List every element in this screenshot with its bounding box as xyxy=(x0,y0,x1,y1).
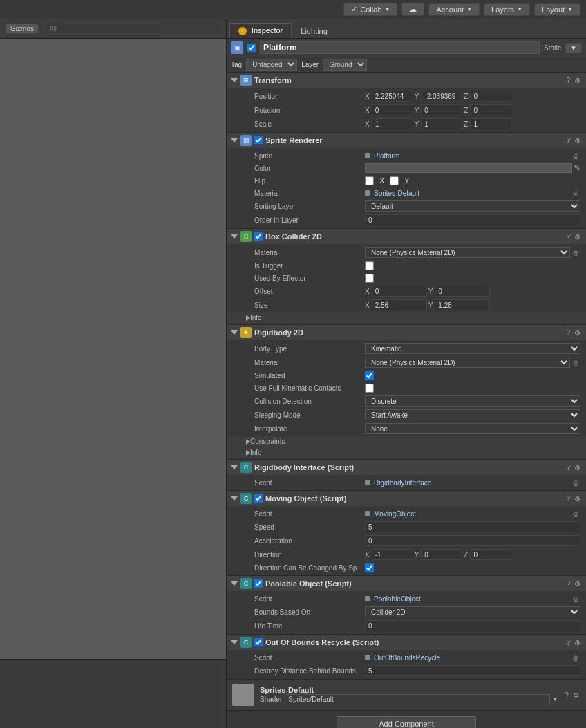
static-button[interactable]: ▼ xyxy=(565,43,582,53)
oob-script-btn[interactable]: ◎ xyxy=(571,654,580,662)
rb2d-info-header[interactable]: Info xyxy=(227,447,586,458)
box-collider-help-btn[interactable]: ? xyxy=(565,233,571,241)
mo-help-btn[interactable]: ? xyxy=(565,495,571,503)
sprite-renderer-header[interactable]: ▤ Sprite Renderer ? ⚙ xyxy=(227,133,586,148)
layers-button[interactable]: Layers ▼ xyxy=(484,3,530,16)
flip-y-checkbox[interactable] xyxy=(390,176,399,185)
rb2d-settings-btn[interactable]: ⚙ xyxy=(573,329,582,337)
rb2d-help-btn[interactable]: ? xyxy=(565,329,571,337)
accel-input[interactable] xyxy=(365,535,580,546)
scene-search-input[interactable] xyxy=(44,24,162,34)
bc-info-header[interactable]: Info xyxy=(227,312,586,323)
tab-lighting[interactable]: Lighting xyxy=(292,24,337,38)
add-component-button[interactable]: Add Component xyxy=(337,716,476,728)
shader-input[interactable] xyxy=(285,694,549,704)
topbar: ✓ Collab ▼ ☁ Account ▼ Layers ▼ Layout ▼ xyxy=(0,0,586,19)
dir-y-input[interactable] xyxy=(421,549,462,560)
material-select-btn[interactable]: ◎ xyxy=(571,189,580,197)
body-type-select[interactable]: Kinematic xyxy=(365,343,580,354)
collision-detect-select[interactable]: Discrete xyxy=(365,395,580,407)
speed-input[interactable] xyxy=(365,521,580,532)
material-section-settings-btn[interactable]: ⚙ xyxy=(571,691,580,699)
object-active-checkbox[interactable] xyxy=(247,44,256,52)
oob-settings-btn[interactable]: ⚙ xyxy=(573,639,582,646)
color-swatch[interactable] xyxy=(365,163,572,173)
pos-y-input[interactable] xyxy=(421,91,462,102)
off-x-input[interactable] xyxy=(372,286,427,297)
size-x-input[interactable] xyxy=(372,299,427,310)
po-help-btn[interactable]: ? xyxy=(565,580,571,588)
rb-material-select[interactable]: None (Physics Material 2D) xyxy=(365,357,570,368)
rot-x-input[interactable] xyxy=(372,104,413,115)
po-body: Script PoolableObject ◎ Bounds Based On … xyxy=(227,591,586,634)
gizmos-button[interactable]: Gizmos xyxy=(6,24,39,34)
box-collider-settings-btn[interactable]: ⚙ xyxy=(573,233,582,241)
scl-y-input[interactable] xyxy=(421,118,462,129)
rbi-settings-btn[interactable]: ⚙ xyxy=(573,464,582,472)
component-transform-header[interactable]: ⊞ Transform ? ⚙ xyxy=(227,73,586,88)
off-y-input[interactable] xyxy=(435,286,490,297)
sleeping-mode-select[interactable]: Start Awake xyxy=(365,409,580,420)
cloud-button[interactable]: ☁ xyxy=(401,3,424,16)
oob-help-btn[interactable]: ? xyxy=(565,639,571,646)
box-collider-checkbox[interactable] xyxy=(254,232,263,241)
layer-select[interactable]: Ground xyxy=(323,59,367,71)
material-section-help-btn[interactable]: ? xyxy=(563,691,570,699)
bc-material-btn[interactable]: ◎ xyxy=(571,249,580,256)
changeable-checkbox[interactable] xyxy=(365,563,374,572)
simulated-checkbox[interactable] xyxy=(365,371,374,380)
rbi-script-btn[interactable]: ◎ xyxy=(571,479,580,487)
dir-z-input[interactable] xyxy=(470,549,511,560)
is-trigger-checkbox[interactable] xyxy=(365,261,374,270)
rigidbody-interface-header[interactable]: C Rigidbody Interface (Script) ? ⚙ xyxy=(227,460,586,475)
tag-select[interactable]: Untagged xyxy=(246,59,297,71)
rot-z-input[interactable] xyxy=(470,104,511,115)
collab-button[interactable]: ✓ Collab ▼ xyxy=(343,3,397,16)
layout-button[interactable]: Layout ▼ xyxy=(534,3,580,16)
rb-material-btn[interactable]: ◎ xyxy=(571,359,580,366)
sprite-renderer-checkbox[interactable] xyxy=(254,136,263,144)
dir-x-input[interactable] xyxy=(372,549,413,560)
rb2d-constraints-header[interactable]: Constraints xyxy=(227,436,586,447)
interpolate-select[interactable]: None xyxy=(365,423,580,434)
order-input[interactable] xyxy=(365,214,580,225)
lifetime-input[interactable] xyxy=(365,620,580,631)
bc-material-select[interactable]: None (Physics Material 2D) xyxy=(365,247,570,258)
rigidbody2d-header[interactable]: ✦ Rigidbody 2D ? ⚙ xyxy=(227,325,586,340)
destroy-dist-input[interactable] xyxy=(365,665,580,676)
sprite-renderer-help-btn[interactable]: ? xyxy=(565,137,571,144)
rbi-help-btn[interactable]: ? xyxy=(565,464,571,472)
po-script-row: Script PoolableObject ◎ xyxy=(227,592,586,605)
kinematic-contacts-checkbox[interactable] xyxy=(365,384,374,393)
box-collider-header[interactable]: □ Box Collider 2D ? ⚙ xyxy=(227,229,586,244)
oob-checkbox[interactable] xyxy=(254,638,263,646)
color-picker-btn[interactable]: ✎ xyxy=(574,163,580,173)
pos-z-input[interactable] xyxy=(470,91,511,102)
out-of-bounds-header[interactable]: C Out Of Bounds Recycle (Script) ? ⚙ xyxy=(227,635,586,650)
tab-inspector[interactable]: i Inspector xyxy=(229,23,292,38)
flip-x-checkbox[interactable] xyxy=(365,176,374,185)
account-button[interactable]: Account ▼ xyxy=(428,3,480,16)
rot-y-input[interactable] xyxy=(421,104,462,115)
po-script-btn[interactable]: ◎ xyxy=(571,595,580,603)
po-script-label: Script xyxy=(254,595,365,603)
transform-settings-btn[interactable]: ⚙ xyxy=(573,77,582,84)
mo-script-btn[interactable]: ◎ xyxy=(571,510,580,518)
po-settings-btn[interactable]: ⚙ xyxy=(573,580,582,588)
effector-checkbox[interactable] xyxy=(365,274,374,283)
po-checkbox[interactable] xyxy=(254,579,263,588)
pos-x-input[interactable] xyxy=(372,91,413,102)
sprite-renderer-settings-btn[interactable]: ⚙ xyxy=(573,137,582,144)
mo-settings-btn[interactable]: ⚙ xyxy=(573,495,582,503)
poolable-object-header[interactable]: C Poolable Object (Script) ? ⚙ xyxy=(227,576,586,591)
size-y-input[interactable] xyxy=(435,299,490,310)
transform-help-btn[interactable]: ? xyxy=(565,77,571,84)
object-name-input[interactable] xyxy=(260,41,540,54)
bounds-select[interactable]: Collider 2D xyxy=(365,606,580,617)
sorting-layer-select[interactable]: Default xyxy=(365,200,580,212)
mo-checkbox[interactable] xyxy=(254,494,263,503)
scl-x-input[interactable] xyxy=(372,118,413,129)
scl-z-input[interactable] xyxy=(470,118,511,129)
sprite-select-btn[interactable]: ◎ xyxy=(571,152,580,160)
moving-object-header[interactable]: C Moving Object (Script) ? ⚙ xyxy=(227,491,586,506)
